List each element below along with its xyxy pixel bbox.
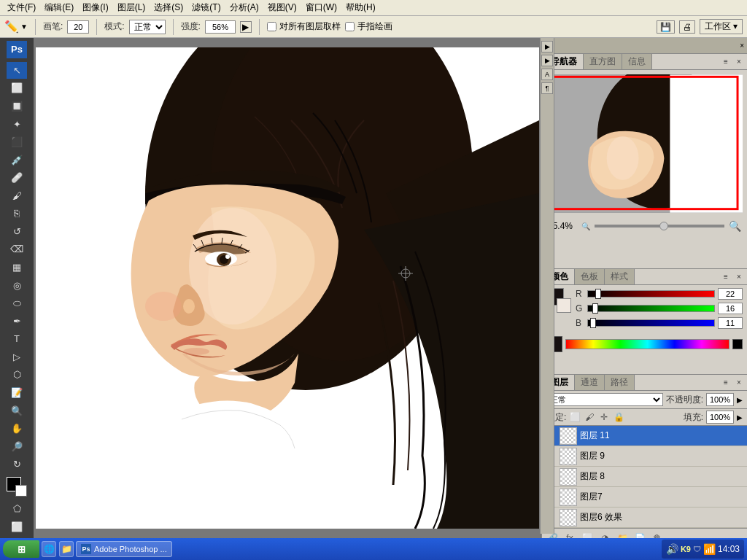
lock-image-btn[interactable]: 🖌 xyxy=(584,411,595,423)
marquee-tool[interactable]: ⬜ xyxy=(7,79,27,97)
color-menu-btn[interactable]: ≡ xyxy=(721,272,731,282)
tab-paths[interactable]: 路径 xyxy=(605,375,635,390)
workspace-btn[interactable]: 工作区 ▾ xyxy=(700,19,743,34)
navigator-close-btn[interactable]: × xyxy=(734,57,744,67)
strip-btn-4[interactable]: ¶ xyxy=(541,82,553,94)
strength-toggle[interactable]: ▶ xyxy=(240,21,252,33)
menu-analyze[interactable]: 分析(A) xyxy=(225,0,263,15)
menu-filter[interactable]: 滤镜(T) xyxy=(187,0,225,15)
canvas-area[interactable] xyxy=(34,38,541,538)
folder-icon[interactable]: 📁 xyxy=(59,541,74,557)
dodge-tool[interactable]: ⬭ xyxy=(7,295,27,312)
layer-item-6[interactable]: 👁 图层6 效果 xyxy=(542,508,747,528)
b-slider[interactable] xyxy=(587,319,715,327)
menu-file[interactable]: 文件(F) xyxy=(3,0,40,15)
tab-info[interactable]: 信息 xyxy=(622,54,652,69)
text-tool[interactable]: T xyxy=(7,330,27,348)
r-value-input[interactable] xyxy=(718,288,743,300)
panel-close-icon[interactable]: × xyxy=(740,42,744,50)
shape-tool[interactable]: ⬡ xyxy=(7,366,27,384)
tab-histogram[interactable]: 直方图 xyxy=(584,54,622,69)
clone-tool[interactable]: ⎘ xyxy=(7,205,27,222)
zoom-thumb[interactable] xyxy=(659,222,668,230)
layer-item-11[interactable]: 👁 图层 11 xyxy=(542,426,747,446)
path-select-tool[interactable]: ▷ xyxy=(7,349,27,366)
brush-size-input[interactable] xyxy=(67,20,89,34)
print-btn[interactable]: 🖨 xyxy=(679,20,695,34)
g-thumb[interactable] xyxy=(592,303,598,314)
zoom-slider[interactable] xyxy=(595,225,724,228)
layer-item-9[interactable]: 👁 图层 9 xyxy=(542,446,747,467)
lock-transparent-btn[interactable]: ⬜ xyxy=(569,411,581,423)
zoom-in-out-tool[interactable]: 🔎 xyxy=(7,438,27,455)
tab-styles[interactable]: 样式 xyxy=(605,269,635,284)
fill-arrow[interactable]: ▶ xyxy=(737,413,743,421)
tray-icon-antivirus[interactable]: 🛡 xyxy=(693,545,701,553)
healing-tool[interactable]: 🩹 xyxy=(7,169,27,187)
quick-mask-mode[interactable]: ⬠ xyxy=(7,500,27,518)
rotate-view-tool[interactable]: ↻ xyxy=(7,456,27,473)
mode-select[interactable]: 正常 xyxy=(129,20,166,34)
tab-swatches[interactable]: 色板 xyxy=(575,269,605,284)
move-tool[interactable]: ↖ xyxy=(7,62,27,79)
eyedropper-tool[interactable]: 💉 xyxy=(7,151,27,168)
layer-item-7[interactable]: 👁 图层7 xyxy=(542,487,747,508)
g-value-input[interactable] xyxy=(718,303,743,314)
gradient-tool[interactable]: ▦ xyxy=(7,259,27,276)
all-layers-checkbox[interactable] xyxy=(267,22,276,31)
strip-btn-1[interactable]: ▶ xyxy=(541,41,553,52)
crop-tool[interactable]: ⬛ xyxy=(7,133,27,151)
save-btn[interactable]: 💾 xyxy=(657,20,675,34)
magic-wand-tool[interactable]: ✦ xyxy=(7,115,27,133)
brush-down-icon[interactable]: ▼ xyxy=(20,23,28,31)
start-button[interactable]: ⊞ xyxy=(3,540,39,558)
drawing-canvas[interactable] xyxy=(36,47,539,529)
zoom-tool[interactable]: 🔍 xyxy=(7,402,27,419)
menu-image[interactable]: 图像(I) xyxy=(78,0,112,15)
layers-menu-btn[interactable]: ≡ xyxy=(721,378,731,388)
g-slider[interactable] xyxy=(587,305,715,312)
background-color[interactable] xyxy=(15,485,27,497)
navigator-menu-btn[interactable]: ≡ xyxy=(721,57,731,67)
hand-tool[interactable]: ✋ xyxy=(7,420,27,438)
history-brush-tool[interactable]: ↺ xyxy=(7,223,27,241)
r-thumb[interactable] xyxy=(595,289,601,299)
opacity-input[interactable] xyxy=(706,393,734,406)
eraser-tool[interactable]: ⌫ xyxy=(7,241,27,258)
menu-help[interactable]: 帮助(H) xyxy=(341,0,380,15)
layers-close-btn[interactable]: × xyxy=(734,378,744,388)
tray-icon-k9[interactable]: K9 xyxy=(681,545,691,553)
strip-btn-2[interactable]: ▶ xyxy=(541,55,553,66)
notes-tool[interactable]: 📝 xyxy=(7,384,27,402)
ie-icon[interactable]: 🌐 xyxy=(42,541,56,557)
r-slider[interactable] xyxy=(587,290,715,298)
layer-item-8[interactable]: 👁 图层 8 xyxy=(542,467,747,487)
tab-channels[interactable]: 通道 xyxy=(575,375,605,390)
strength-input[interactable] xyxy=(205,20,236,34)
bg-color-box[interactable] xyxy=(557,298,571,313)
menu-view[interactable]: 视图(V) xyxy=(263,0,301,15)
b-thumb[interactable] xyxy=(590,318,596,328)
tray-icon-1[interactable]: 🔊 xyxy=(666,543,678,555)
pen-tool[interactable]: ✒ xyxy=(7,312,27,330)
ps-taskbar-btn[interactable]: Ps Adobe Photoshop ... xyxy=(76,541,172,557)
color-close-btn[interactable]: × xyxy=(734,272,744,282)
blend-mode-select[interactable]: 正常 xyxy=(546,393,663,406)
tray-network-icon[interactable]: 📶 xyxy=(703,543,716,555)
fill-input[interactable] xyxy=(706,411,734,424)
brush-tool[interactable]: 🖌 xyxy=(7,187,27,205)
opacity-arrow[interactable]: ▶ xyxy=(737,396,743,404)
finger-paint-checkbox[interactable] xyxy=(345,22,355,31)
all-layers-label[interactable]: 对所有图层取样 xyxy=(267,20,341,33)
b-value-input[interactable] xyxy=(718,317,743,329)
menu-select[interactable]: 选择(S) xyxy=(150,0,187,15)
lasso-tool[interactable]: 🔲 xyxy=(7,98,27,115)
blur-tool[interactable]: ◎ xyxy=(7,276,27,294)
screen-mode[interactable]: ⬜ xyxy=(7,518,27,536)
lock-all-btn[interactable]: 🔒 xyxy=(613,411,624,423)
menu-window[interactable]: 窗口(W) xyxy=(301,0,341,15)
navigator-preview[interactable] xyxy=(546,74,743,213)
spectrum-bar[interactable] xyxy=(565,339,729,349)
color-swatches[interactable] xyxy=(7,477,27,497)
finger-paint-label[interactable]: 手指绘画 xyxy=(345,20,392,33)
